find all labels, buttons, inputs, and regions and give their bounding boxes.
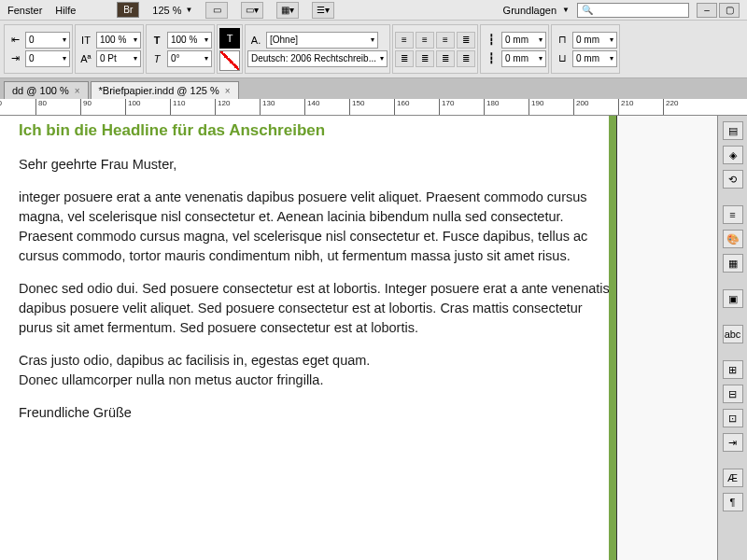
- workspace-selector[interactable]: Grundlagen▼: [503, 5, 570, 16]
- baseline-icon: Aª: [78, 50, 94, 67]
- page-edge-guide: [609, 116, 616, 560]
- inset-bottom-icon: ⊔: [554, 50, 571, 67]
- salutation: Sehr geehrte Frau Muster,: [19, 155, 614, 175]
- story-panel-icon[interactable]: ¶: [723, 493, 743, 511]
- baseline-field[interactable]: 0 Pt▾: [96, 50, 141, 67]
- screen-mode-icon[interactable]: ▭▾: [241, 2, 263, 19]
- menu-hilfe[interactable]: Hilfe: [55, 5, 76, 16]
- indent-firstline-icon: ⇥: [7, 50, 23, 67]
- pasteboard: [616, 116, 717, 560]
- justify-left-button[interactable]: ≣: [395, 50, 414, 67]
- horizontal-ruler[interactable]: 7080901001101201301401501601701801902002…: [0, 99, 747, 116]
- control-panel: ⇤0▾ ⇥0▾ IT100 %▾ Aª0 Pt▾ T100 %▾ T0°▾ T …: [0, 21, 747, 78]
- links-panel-icon[interactable]: ⟲: [723, 170, 743, 189]
- swatches-panel-icon[interactable]: ▦: [723, 254, 743, 273]
- skew-field[interactable]: 0°▾: [167, 50, 212, 67]
- arrange-icon[interactable]: ▦▾: [276, 2, 299, 19]
- inset-top-icon: ⊓: [554, 32, 571, 49]
- bridge-badge[interactable]: Br: [117, 2, 139, 18]
- space-after-icon: ┇: [483, 50, 500, 67]
- align-center-button[interactable]: ≡: [416, 32, 434, 49]
- skew-icon: T: [148, 50, 165, 67]
- space-before-icon: ┇: [483, 32, 500, 49]
- space-after-field[interactable]: 0 mm▾: [501, 50, 546, 67]
- scale-x-field[interactable]: 100 %▾: [96, 32, 141, 49]
- indent-field-2[interactable]: 0▾: [25, 50, 70, 67]
- color-panel-icon[interactable]: 🎨: [723, 230, 743, 248]
- tab-doc-1[interactable]: dd @ 100 %×: [4, 81, 89, 99]
- justify-all-button[interactable]: ≣: [457, 50, 475, 67]
- body-text-frame[interactable]: Sehr geehrte Frau Muster, integer posuer…: [19, 155, 614, 423]
- justify-full-button[interactable]: ≣: [457, 32, 475, 49]
- space-before-field[interactable]: 0 mm▾: [501, 32, 546, 49]
- paragraph-2: Donec sed odio dui. Sed posuere consecte…: [19, 279, 614, 338]
- menubar: Fenster Hilfe Br 125 %▼ ▭ ▭▾ ▦▾ ☰▾ Grund…: [0, 0, 747, 21]
- inset-top-field[interactable]: 0 mm▾: [572, 32, 617, 49]
- object-styles-icon[interactable]: ▣: [723, 289, 743, 308]
- tab-doc-2[interactable]: *Briefpapier.indd @ 125 %×: [91, 81, 239, 99]
- maximize-button[interactable]: ▢: [719, 3, 740, 18]
- justify-center-button[interactable]: ≣: [416, 50, 434, 67]
- pages-panel-icon[interactable]: ▤: [723, 121, 743, 140]
- headline-text[interactable]: Ich bin die Headline für das Anschreiben: [19, 121, 614, 140]
- scale-y-field[interactable]: 100 %▾: [167, 32, 212, 49]
- document-canvas[interactable]: Ich bin die Headline für das Anschreiben…: [0, 116, 717, 560]
- minimize-button[interactable]: –: [697, 3, 717, 18]
- scale-y-icon: T: [148, 32, 165, 49]
- align-left-button[interactable]: ≡: [395, 32, 414, 49]
- table-panel-icon[interactable]: ⊞: [723, 360, 743, 379]
- closing: Freundliche Grüße: [19, 403, 614, 423]
- paragraph-4: Donec ullamcorper nulla non metus auctor…: [19, 371, 614, 390]
- fill-icon[interactable]: T: [219, 28, 240, 49]
- align-right-button[interactable]: ≡: [436, 32, 455, 49]
- char-styles-icon[interactable]: abc: [723, 325, 743, 343]
- indent-field[interactable]: 0▾: [25, 32, 70, 49]
- cell-styles-icon[interactable]: ⊟: [723, 385, 743, 403]
- char-style-icon: A.: [247, 32, 264, 49]
- zoom-level[interactable]: 125 %▼: [152, 5, 192, 16]
- glyphs-panel-icon[interactable]: Æ: [723, 469, 743, 487]
- table-styles-icon[interactable]: ⊡: [723, 409, 743, 427]
- tabs-panel-icon[interactable]: ⇥: [723, 433, 743, 452]
- view-mode-icon[interactable]: ▭: [205, 2, 228, 19]
- close-icon[interactable]: ×: [75, 86, 80, 96]
- paragraph-1: integer posuere erat a ante venenatis da…: [19, 188, 614, 266]
- search-input[interactable]: 🔍: [577, 3, 689, 18]
- layers-panel-icon[interactable]: ◈: [723, 146, 743, 164]
- paragraph-3: Cras justo odio, dapibus ac facilisis in…: [19, 351, 614, 371]
- options-icon[interactable]: ☰▾: [312, 2, 334, 19]
- scale-x-icon: IT: [78, 32, 94, 49]
- panel-dock: ▤ ◈ ⟲ ≡ 🎨 ▦ ▣ abc ⊞ ⊟ ⊡ ⇥ Æ ¶: [717, 116, 747, 560]
- menu-fenster[interactable]: Fenster: [7, 5, 42, 16]
- document-tabs: dd @ 100 %× *Briefpapier.indd @ 125 %×: [0, 78, 747, 99]
- language-field[interactable]: Deutsch: 2006 Rechtschreib...▾: [247, 50, 388, 67]
- stroke-none-icon[interactable]: [219, 50, 240, 71]
- close-icon[interactable]: ×: [225, 86, 231, 96]
- indent-left-icon: ⇤: [7, 32, 23, 49]
- stroke-panel-icon[interactable]: ≡: [723, 205, 743, 224]
- inset-bottom-field[interactable]: 0 mm▾: [572, 50, 617, 67]
- justify-right-button[interactable]: ≣: [436, 50, 455, 67]
- char-style-field[interactable]: [Ohne]▾: [266, 32, 378, 49]
